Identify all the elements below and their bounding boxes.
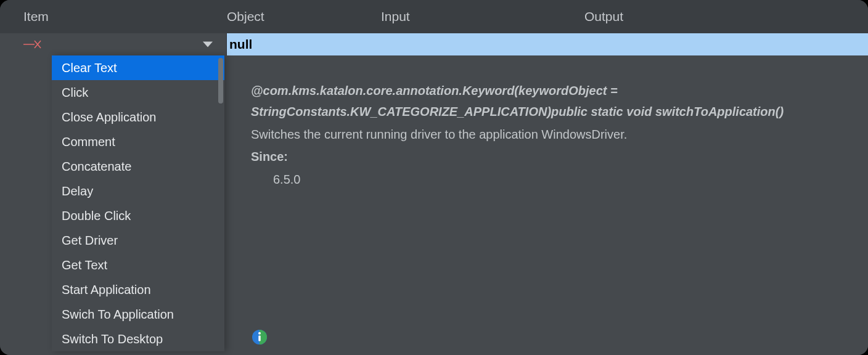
menu-item-concatenate[interactable]: Concatenate xyxy=(52,154,224,179)
app-window: Item Object Input Output null Clear Text xyxy=(0,0,868,355)
info-icon[interactable] xyxy=(252,329,268,345)
detail-panel: @com.kms.katalon.core.annotation.Keyword… xyxy=(226,55,868,355)
keyword-description: Switches the current running driver to t… xyxy=(251,124,843,145)
since-label: Since: xyxy=(251,146,843,167)
menu-item-get-driver[interactable]: Get Driver xyxy=(52,228,224,253)
selected-row[interactable]: null xyxy=(0,33,868,55)
dropdown-scroll-thumb[interactable] xyxy=(218,58,223,104)
menu-item-click[interactable]: Click xyxy=(52,80,224,105)
main-area: null Clear Text Click Close Application … xyxy=(0,33,868,355)
menu-item-get-text[interactable]: Get Text xyxy=(52,253,224,277)
since-value: 6.5.0 xyxy=(251,169,843,190)
header-object[interactable]: Object xyxy=(227,9,381,24)
keyword-dropdown[interactable]: Clear Text Click Close Application Comme… xyxy=(52,55,224,351)
column-headers: Item Object Input Output xyxy=(0,0,868,33)
svg-rect-4 xyxy=(258,336,260,341)
object-cell-value[interactable]: null xyxy=(227,33,868,55)
header-output[interactable]: Output xyxy=(584,9,868,24)
menu-item-switch-to-application[interactable]: Swich To Application xyxy=(52,302,224,327)
content-area: Clear Text Click Close Application Comme… xyxy=(0,55,868,355)
red-x-icon xyxy=(23,38,42,51)
header-item[interactable]: Item xyxy=(23,9,227,24)
menu-item-delay[interactable]: Delay xyxy=(52,179,224,203)
chevron-down-icon xyxy=(203,42,213,47)
menu-item-close-application[interactable]: Close Application xyxy=(52,105,224,129)
menu-item-clear-text[interactable]: Clear Text xyxy=(52,55,224,80)
item-cell-dropdown[interactable] xyxy=(0,33,227,55)
menu-item-comment[interactable]: Comment xyxy=(52,129,224,154)
menu-item-start-application[interactable]: Start Application xyxy=(52,277,224,302)
dropdown-scrollbar[interactable] xyxy=(218,58,223,157)
menu-item-double-click[interactable]: Double Click xyxy=(52,203,224,228)
menu-item-switch-to-desktop[interactable]: Switch To Desktop xyxy=(52,327,224,351)
keyword-annotation: @com.kms.katalon.core.annotation.Keyword… xyxy=(251,80,843,123)
svg-point-5 xyxy=(258,332,261,335)
header-input[interactable]: Input xyxy=(381,9,584,24)
